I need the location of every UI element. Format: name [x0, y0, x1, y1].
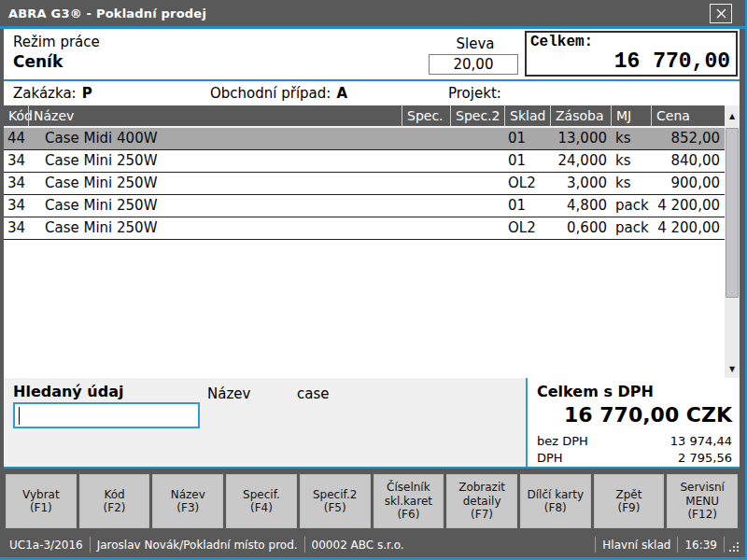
- close-button[interactable]: [710, 4, 732, 23]
- specif-f4-button[interactable]: Specif. (F4): [226, 474, 297, 528]
- button-fkey: (F9): [618, 501, 641, 514]
- search-field-value: case: [297, 385, 329, 402]
- total-display: Celkem: 16 770,00: [525, 31, 738, 77]
- cell-cena: 4 200,00: [651, 195, 725, 217]
- status-bar: UC1a-3/2016 Jaroslav Novák/Pokladní míst…: [0, 532, 745, 557]
- cell-sklad: OL2: [504, 217, 550, 239]
- button-label: Specif.2: [313, 488, 357, 501]
- table-empty-area: [4, 240, 725, 378]
- cell-zasoba: 24,000: [550, 150, 611, 172]
- total-label: Celkem:: [527, 33, 736, 50]
- zpet-f9-button[interactable]: Zpět (F9): [594, 474, 665, 528]
- column-header-kod[interactable]: Kód: [4, 105, 28, 126]
- button-label: Zobrazit detaily: [447, 481, 516, 508]
- cell-nazev: Case Mini 250W: [28, 150, 402, 172]
- button-fkey: (F8): [544, 501, 567, 514]
- cell-nazev: Case Midi 400W: [28, 128, 402, 149]
- scroll-up-button[interactable]: ▲: [725, 105, 740, 127]
- specif2-f5-button[interactable]: Specif.2 (F5): [300, 474, 371, 528]
- nazev-f3-button[interactable]: Název (F3): [152, 474, 223, 528]
- cell-kod: 34: [4, 195, 28, 217]
- business-case-value: A: [336, 85, 347, 102]
- cell-cena: 900,00: [651, 173, 725, 194]
- table-row[interactable]: 44 Case Midi 400W 01 13,000 ks 852,00: [4, 128, 725, 150]
- cell-spec: [402, 128, 450, 149]
- ciselnik-f6-button[interactable]: Číselník skl.karet (F6): [374, 474, 444, 528]
- scroll-down-button[interactable]: ▼: [725, 359, 740, 378]
- totals-heading: Celkem s DPH: [537, 383, 732, 400]
- context-row: Zakázka: P Obchodní případ: A Projekt:: [4, 81, 740, 105]
- totals-panel: Celkem s DPH 16 770,00 CZK bez DPH 13 97…: [526, 378, 740, 467]
- column-header-cena[interactable]: Cena: [651, 105, 725, 126]
- cell-sklad: 01: [504, 150, 550, 172]
- status-company: 00002 ABC s.r.o.: [305, 539, 411, 552]
- button-label: Kód: [104, 488, 124, 501]
- button-label: Vybrat: [22, 488, 60, 501]
- table-row[interactable]: 34 Case Mini 250W 01 4,800 pack 4 200,00: [4, 195, 725, 217]
- scrollbar-track[interactable]: [725, 298, 740, 359]
- status-time: 16:39: [678, 539, 724, 552]
- cell-kod: 34: [4, 150, 28, 172]
- business-case-label: Obchodní případ:: [210, 85, 331, 102]
- search-panel: Hledaný údaj Název case Celkem s DPH 16 …: [4, 378, 740, 467]
- status-period: UC1a-3/2016: [3, 539, 90, 552]
- work-mode-value: Ceník: [13, 52, 100, 71]
- button-fkey: (F4): [250, 501, 273, 514]
- price-list-table: Kód Název Spec. Spec.2 Sklad Zásoba MJ C…: [4, 105, 740, 378]
- order-value: P: [82, 85, 92, 102]
- cell-cena: 4 200,00: [651, 217, 725, 239]
- discount-input[interactable]: 20,00: [429, 54, 518, 75]
- search-input[interactable]: [13, 402, 200, 428]
- search-label: Hledaný údaj: [13, 383, 124, 400]
- arrow-up-icon: ▲: [729, 112, 735, 120]
- search-field-name: Název: [207, 385, 250, 402]
- cell-nazev: Case Mini 250W: [28, 217, 402, 239]
- column-header-sklad[interactable]: Sklad: [504, 105, 550, 126]
- zobrazit-detaily-f7-button[interactable]: Zobrazit detaily (F7): [446, 474, 517, 528]
- cell-mj: ks: [611, 150, 651, 172]
- cell-kod: 34: [4, 217, 28, 239]
- cell-spec2: [450, 173, 504, 194]
- cell-spec2: [450, 217, 504, 239]
- vybrat-f1-button[interactable]: Vybrat (F1): [6, 474, 77, 528]
- cell-spec: [402, 150, 450, 172]
- button-label: Číselník skl.karet: [374, 481, 444, 508]
- table-row[interactable]: 34 Case Mini 250W 01 24,000 ks 840,00: [4, 150, 725, 173]
- table-header: Kód Název Spec. Spec.2 Sklad Zásoba MJ C…: [4, 105, 725, 128]
- table-row[interactable]: 34 Case Mini 250W OL2 3,000 ks 900,00: [4, 173, 725, 195]
- column-header-mj[interactable]: MJ: [611, 105, 651, 126]
- scrollbar-thumb[interactable]: [726, 128, 739, 298]
- status-divider: [724, 537, 725, 553]
- work-mode-label: Režim práce: [13, 34, 100, 50]
- button-label: Název: [171, 488, 205, 501]
- column-header-spec2[interactable]: Spec.2: [450, 105, 504, 126]
- cell-zasoba: 0,600: [550, 217, 611, 239]
- cell-mj: ks: [611, 173, 651, 194]
- cell-zasoba: 4,800: [550, 195, 611, 217]
- cell-sklad: OL2: [504, 173, 550, 194]
- vat-value: 2 795,56: [678, 451, 732, 465]
- net-value: 13 974,44: [670, 434, 732, 448]
- servisni-menu-f12-button[interactable]: Servisní MENU (F12): [667, 474, 738, 528]
- window-title: ABRA G3® - Pokladní prodej: [8, 7, 206, 21]
- cell-mj: pack: [611, 195, 651, 217]
- dilci-karty-f8-button[interactable]: Dílčí karty (F8): [520, 474, 591, 528]
- cell-kod: 44: [4, 128, 28, 149]
- app-window: ABRA G3® - Pokladní prodej Režim práce C…: [0, 0, 747, 560]
- kod-f2-button[interactable]: Kód (F2): [79, 474, 150, 528]
- button-fkey: (F12): [687, 508, 717, 521]
- cell-spec: [402, 173, 450, 194]
- column-header-spec[interactable]: Spec.: [402, 105, 450, 126]
- resize-grip-icon[interactable]: [728, 541, 740, 553]
- button-fkey: (F2): [104, 501, 126, 514]
- column-header-zasoba[interactable]: Zásoba: [550, 105, 611, 126]
- cell-nazev: Case Mini 250W: [28, 195, 402, 217]
- order-label: Zakázka:: [13, 85, 77, 102]
- vertical-scrollbar[interactable]: ▲ ▼: [725, 105, 740, 378]
- button-fkey: (F3): [176, 501, 199, 514]
- cell-mj: ks: [611, 128, 651, 149]
- cell-kod: 34: [4, 173, 28, 194]
- cell-spec2: [450, 195, 504, 217]
- column-header-nazev[interactable]: Název: [28, 105, 402, 126]
- table-row[interactable]: 34 Case Mini 250W OL2 0,600 pack 4 200,0…: [4, 217, 725, 240]
